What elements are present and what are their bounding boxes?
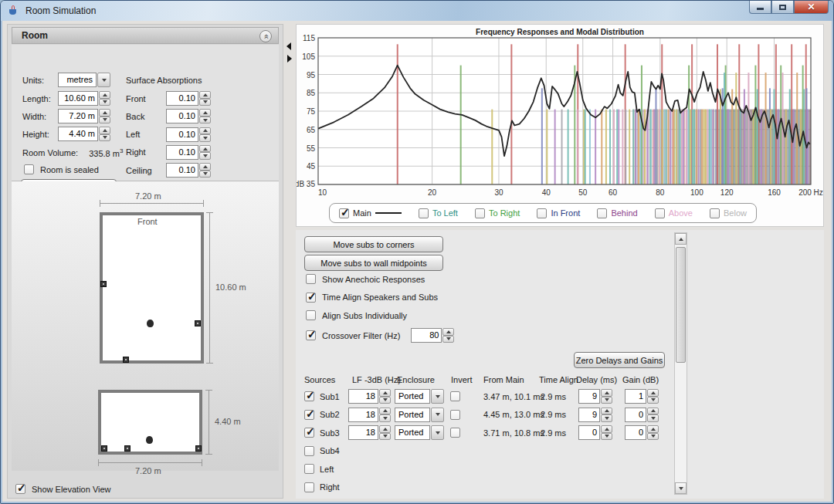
legend-checkbox-to-right[interactable]: [475, 208, 485, 218]
absorption-spinner-right[interactable]: 0.10: [166, 145, 211, 160]
spinner-down-icon[interactable]: [199, 117, 211, 124]
legend-checkbox-in-front[interactable]: [537, 208, 547, 218]
spinner-down-icon[interactable]: [647, 397, 659, 404]
option-checkbox-0[interactable]: [306, 274, 316, 284]
spinner-up-icon[interactable]: [442, 328, 454, 336]
move-subs-corners-button[interactable]: Move subs to corners: [304, 236, 443, 252]
close-button[interactable]: ✕: [794, 1, 829, 14]
enclosure-select-sub1[interactable]: Ported: [395, 389, 444, 404]
panel-splitter[interactable]: [286, 24, 293, 499]
spinner-down-icon[interactable]: [99, 99, 110, 107]
collapse-right-icon[interactable]: [287, 55, 292, 63]
sub3-marker-plan[interactable]: [123, 357, 129, 363]
spinner-up-icon[interactable]: [601, 425, 612, 433]
source-enable-sub1[interactable]: [304, 391, 314, 401]
crossover-filter-checkbox[interactable]: [306, 330, 316, 340]
spinner-down-icon[interactable]: [99, 134, 110, 142]
spinner-up-icon[interactable]: [647, 408, 659, 415]
spinner-up-icon[interactable]: [199, 91, 211, 99]
source-enable-left[interactable]: [304, 464, 314, 474]
listener-marker-elev[interactable]: [146, 436, 153, 444]
enclosure-select-sub2[interactable]: Ported: [395, 408, 444, 422]
legend-checkbox-below[interactable]: [710, 208, 720, 218]
source-enable-sub3[interactable]: [304, 428, 314, 438]
spinner-up-icon[interactable]: [199, 109, 211, 117]
spinner-up-icon[interactable]: [99, 91, 110, 99]
source-enable-sub2[interactable]: [304, 410, 314, 420]
source-enable-right[interactable]: [304, 482, 314, 492]
spinner-up-icon[interactable]: [199, 127, 211, 135]
lf-spinner-sub1[interactable]: 18: [348, 389, 391, 404]
chevron-down-icon[interactable]: [431, 425, 444, 440]
spinner-up-icon[interactable]: [99, 127, 110, 134]
units-select[interactable]: metres: [58, 73, 110, 87]
collapse-left-icon[interactable]: [286, 42, 291, 50]
spinner-up-icon[interactable]: [647, 425, 659, 433]
sub2-marker-plan[interactable]: [195, 320, 201, 326]
invert-checkbox-sub1[interactable]: [450, 391, 460, 401]
spinner-up-icon[interactable]: [379, 408, 391, 415]
spinner-down-icon[interactable]: [647, 433, 659, 441]
scrollbar-thumb[interactable]: [676, 247, 686, 363]
minimize-button[interactable]: [749, 1, 771, 14]
lf-spinner-sub2[interactable]: 18: [348, 408, 391, 422]
gain-spinner-sub2[interactable]: 0: [625, 408, 659, 422]
scroll-up-button[interactable]: [675, 233, 687, 245]
spinner-up-icon[interactable]: [647, 389, 659, 397]
chevron-down-icon[interactable]: [97, 73, 110, 87]
legend-checkbox-behind[interactable]: [597, 208, 607, 218]
spinner-down-icon[interactable]: [99, 117, 110, 124]
listener-marker-plan[interactable]: [147, 320, 154, 327]
collapse-panel-button[interactable]: »: [259, 30, 272, 42]
legend-checkbox-main[interactable]: [339, 208, 349, 218]
room-sealed-checkbox[interactable]: [24, 164, 34, 174]
spinner-down-icon[interactable]: [379, 397, 391, 404]
absorption-spinner-front[interactable]: 0.10: [166, 91, 211, 106]
zero-delays-gains-button[interactable]: Zero Delays and Gains: [574, 352, 665, 368]
spinner-up-icon[interactable]: [601, 408, 612, 415]
spinner-down-icon[interactable]: [442, 336, 454, 343]
spinner-down-icon[interactable]: [199, 171, 211, 178]
invert-checkbox-sub3[interactable]: [450, 428, 460, 438]
crossover-freq-spinner[interactable]: 80: [411, 328, 454, 343]
lf-spinner-sub3[interactable]: 18: [348, 425, 391, 440]
absorption-spinner-back[interactable]: 0.10: [166, 109, 211, 123]
spinner-up-icon[interactable]: [601, 389, 612, 397]
spinner-up-icon[interactable]: [199, 145, 211, 153]
move-subs-midpoints-button[interactable]: Move subs to wall midpoints: [304, 255, 443, 271]
chevron-down-icon[interactable]: [431, 389, 444, 404]
invert-checkbox-sub2[interactable]: [450, 410, 460, 420]
maximize-button[interactable]: [771, 1, 794, 14]
spinner-down-icon[interactable]: [379, 433, 391, 441]
dim-spinner-0[interactable]: 10.60 m: [58, 91, 110, 106]
spinner-down-icon[interactable]: [199, 152, 211, 160]
dim-spinner-1[interactable]: 7.20 m: [58, 109, 110, 123]
spinner-down-icon[interactable]: [601, 433, 612, 441]
scroll-down-button[interactable]: [675, 482, 687, 494]
absorption-spinner-left[interactable]: 0.10: [166, 127, 211, 142]
sub3-marker-elev[interactable]: [195, 445, 202, 452]
elevation-view-room[interactable]: [98, 390, 202, 455]
delay-spinner-sub1[interactable]: 9: [578, 389, 612, 404]
chevron-down-icon[interactable]: [431, 408, 444, 422]
sub1-marker-plan[interactable]: [100, 281, 107, 287]
enclosure-select-sub3[interactable]: Ported: [395, 425, 444, 440]
delay-spinner-sub3[interactable]: 0: [578, 425, 612, 440]
legend-checkbox-above[interactable]: [655, 208, 665, 218]
option-checkbox-2[interactable]: [306, 310, 316, 320]
source-enable-sub4[interactable]: [304, 446, 314, 456]
controls-scrollbar[interactable]: [674, 232, 687, 495]
spinner-up-icon[interactable]: [99, 109, 110, 117]
spinner-up-icon[interactable]: [379, 425, 391, 433]
sub2-marker-elev[interactable]: [124, 445, 131, 452]
dim-spinner-2[interactable]: 4.40 m: [58, 127, 110, 141]
spinner-up-icon[interactable]: [199, 163, 211, 171]
show-elevation-checkbox[interactable]: [15, 484, 25, 494]
spinner-down-icon[interactable]: [601, 397, 612, 404]
spinner-down-icon[interactable]: [647, 414, 659, 422]
option-checkbox-1[interactable]: [306, 293, 316, 303]
spinner-down-icon[interactable]: [379, 414, 391, 422]
spinner-up-icon[interactable]: [379, 389, 391, 397]
legend-checkbox-to-left[interactable]: [419, 208, 429, 218]
sub1-marker-elev[interactable]: [101, 445, 107, 452]
